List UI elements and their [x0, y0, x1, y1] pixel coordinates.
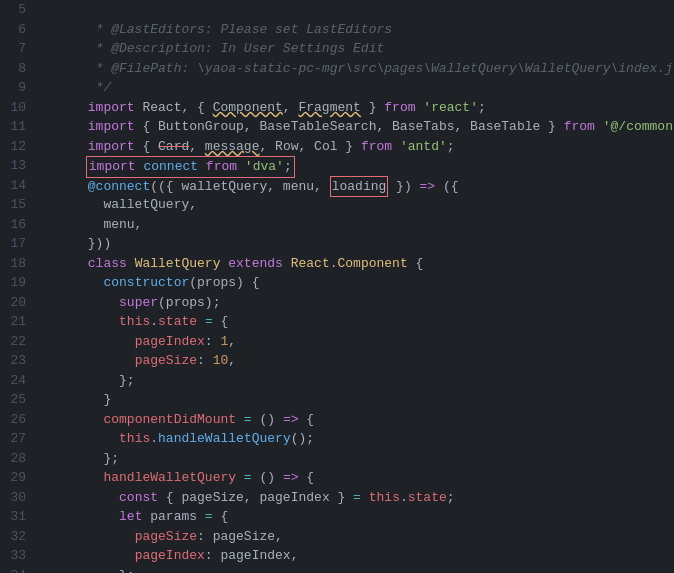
line-num-19: 19 — [5, 273, 26, 293]
line-num-7: 7 — [5, 39, 26, 59]
line-num-18: 18 — [5, 254, 26, 274]
line-num-34: 34 — [5, 566, 26, 574]
line-num-14: 14 — [5, 176, 26, 196]
line-num-25: 25 — [5, 390, 26, 410]
line-num-17: 17 — [5, 234, 26, 254]
code-line-34: this.props.dispatch({ — [41, 566, 674, 574]
code-line-28: handleWalletQuery = () => { — [41, 449, 674, 469]
code-line-5: * @LastEditors: Please set LastEditors — [41, 0, 674, 20]
line-num-11: 11 — [5, 117, 26, 137]
line-num-30: 30 — [5, 488, 26, 508]
line-num-23: 23 — [5, 351, 26, 371]
code-line-17: class WalletQuery extends React.Componen… — [41, 234, 674, 254]
line-num-33: 33 — [5, 546, 26, 566]
line-numbers: 5 6 7 8 9 10 11 12 13 14 15 16 17 18 19 … — [0, 0, 36, 573]
line-num-28: 28 — [5, 449, 26, 469]
line-num-21: 21 — [5, 312, 26, 332]
line-num-16: 16 — [5, 215, 26, 235]
line-num-24: 24 — [5, 371, 26, 391]
line-num-22: 22 — [5, 332, 26, 352]
code-line-24: } — [41, 371, 674, 391]
line-num-31: 31 — [5, 507, 26, 527]
code-line-9: import React, { Component, Fragment } fr… — [41, 78, 674, 98]
line-num-26: 26 — [5, 410, 26, 430]
line-num-6: 6 — [5, 20, 26, 40]
line-num-12: 12 — [5, 137, 26, 157]
code-line-25: componentDidMount = () => { — [41, 390, 674, 410]
line-num-8: 8 — [5, 59, 26, 79]
line-num-9: 9 — [5, 78, 26, 98]
line-num-13: 13 — [5, 156, 26, 176]
line-num-32: 32 — [5, 527, 26, 547]
code-editor: 5 6 7 8 9 10 11 12 13 14 15 16 17 18 19 … — [0, 0, 674, 573]
line-num-20: 20 — [5, 293, 26, 313]
code-lines: * @LastEditors: Please set LastEditors *… — [36, 0, 674, 573]
line-num-10: 10 — [5, 98, 26, 118]
line-num-29: 29 — [5, 468, 26, 488]
line-num-27: 27 — [5, 429, 26, 449]
line-num-15: 15 — [5, 195, 26, 215]
line-num-5: 5 — [5, 0, 26, 20]
